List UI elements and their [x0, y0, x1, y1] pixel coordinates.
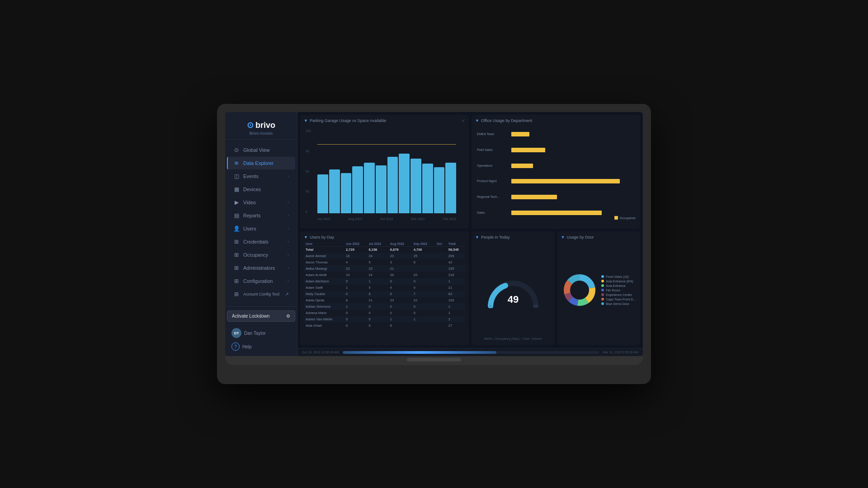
chevron-right-icon: ›: [288, 200, 289, 205]
help-label: Help: [242, 344, 252, 349]
table-row: Aaron Thomas453642: [304, 259, 465, 266]
legend-text: Asia Entrance: [606, 284, 626, 287]
legend-color: [614, 216, 618, 220]
sidebar-item-account-config[interactable]: ⊞ Account Config Tool ↗: [227, 288, 295, 300]
configuration-icon: ⊞: [233, 278, 240, 284]
legend-dot: [601, 298, 604, 300]
legend-area: Occupance: [614, 216, 636, 220]
table-row: Adela Ojeda8212322193: [304, 297, 465, 304]
col-header-total: Total: [447, 241, 465, 247]
sidebar-item-global-view[interactable]: ⊙ Global View: [227, 144, 295, 156]
avatar: DT: [231, 328, 241, 338]
sidebar-item-occupancy[interactable]: ⊞ Occupancy ›: [227, 249, 295, 261]
data-explorer-icon: ≋: [233, 160, 240, 166]
legend-dot: [601, 284, 604, 287]
hbar-row-4: Product Mgmt: [511, 178, 632, 184]
legend-text: Cape Town Front D...: [606, 298, 636, 301]
col-header-user: User: [304, 241, 344, 247]
legend-dot: [601, 275, 604, 278]
hbar-chart-area: EMEA Team Field Sales Operations Pr: [475, 125, 637, 222]
settings-icon[interactable]: ⚙: [286, 314, 290, 319]
col-header-jun: Jun 2022: [344, 241, 367, 247]
legend-item-6: Cape Town Front D...: [601, 298, 636, 301]
legend-item-3: Asia Entrance: [601, 284, 636, 287]
right-bottom-panels: ▼ People in Today 49: [472, 231, 640, 345]
sidebar-item-label: Users: [243, 226, 256, 231]
bar-12: [445, 163, 456, 213]
metric-label: Metric: Occupancy (Max) · Color: Volume: [484, 337, 542, 340]
donut-legend: Front Video (10) Asia Entrance (8%) Asia…: [601, 275, 636, 305]
usage-by-door-panel: ▼ Usage by Door: [557, 231, 641, 345]
occupancy-icon: ⊞: [233, 252, 240, 258]
user-name: Dan Taylor: [244, 331, 266, 336]
chevron-right-icon: ›: [288, 226, 289, 231]
chevron-right-icon: ›: [288, 174, 289, 178]
table-body: Total2,7298,1586,8764,70058,545Aamir Ahm…: [304, 247, 465, 329]
logo-icon: ⊙: [247, 120, 254, 130]
bar-2: [329, 169, 340, 213]
gauge-labels: Metric: Occupancy (Max) · Color: Volume: [475, 337, 551, 340]
main-content: ▼ Parking Garage Usage vs Space Availabl…: [297, 112, 643, 356]
devices-icon: ▦: [233, 186, 240, 192]
sidebar-item-reports[interactable]: ▤ Reports ›: [227, 209, 295, 222]
chevron-right-icon: ›: [288, 253, 289, 257]
gauge-svg: 49 0 200: [486, 272, 540, 308]
bar-5: [364, 163, 375, 213]
hbar-row-2: Field Sales: [511, 147, 632, 153]
hbar-5: [511, 195, 557, 199]
sidebar-item-label: Devices: [243, 187, 261, 192]
sidebar-item-label: Reports: [243, 213, 261, 218]
hbar-1: [511, 132, 529, 136]
brand-sub: Brivo Access: [232, 131, 290, 136]
sidebar-item-events[interactable]: ◫ Events ›: [227, 170, 295, 183]
timeline-bar: Jun 19, 2022 12:00:00 AM Mar 10, 2023 3:…: [297, 348, 643, 356]
hbar-row-3: Operations: [511, 163, 632, 169]
bar-3: [341, 173, 352, 213]
chart-icon: ▼: [475, 235, 479, 239]
activate-lockdown-button[interactable]: Activate Lockdown ⚙: [227, 310, 295, 322]
logo-area: ⊙ brivo Brivo Access: [225, 112, 297, 140]
legend-item-7: Blue Demo Door: [601, 302, 636, 305]
sidebar-item-label: Video: [243, 200, 256, 205]
expand-icon[interactable]: ⤢: [462, 118, 465, 123]
legend-item-4: File Room: [601, 289, 636, 292]
people-today-panel: ▼ People in Today 49: [472, 231, 555, 345]
administrators-icon: ⊞: [233, 265, 240, 271]
svg-text:0: 0: [490, 305, 491, 308]
video-icon: ▶: [233, 199, 240, 206]
sidebar-item-users[interactable]: 👤 Users ›: [227, 222, 295, 235]
gauge-area: 49 0 200: [475, 241, 551, 339]
chart-icon: ▼: [304, 235, 308, 239]
sidebar-item-data-explorer[interactable]: ≋ Data Explorer: [227, 157, 295, 169]
sidebar: ⊙ brivo Brivo Access ⊙ Global View ≋ Dat…: [225, 112, 297, 356]
sidebar-item-configuration[interactable]: ⊞ Configuration ›: [227, 275, 295, 287]
sidebar-item-video[interactable]: ▶ Video ›: [227, 196, 295, 209]
brand-name: brivo: [255, 121, 275, 130]
chart-icon: ▼: [475, 118, 479, 123]
logo: ⊙ brivo: [232, 120, 290, 130]
timeline-track[interactable]: [343, 351, 599, 354]
timeline-fill: [343, 351, 497, 354]
sidebar-item-label: Global View: [243, 147, 270, 153]
help-icon: ?: [231, 343, 240, 351]
sidebar-item-label: Account Config Tool: [243, 292, 279, 296]
sidebar-item-devices[interactable]: ▦ Devices: [227, 183, 295, 196]
reports-icon: ▤: [233, 212, 240, 219]
table-row: Adam Al-Mufti10242625218: [304, 272, 465, 278]
account-config-icon: ⊞: [233, 291, 240, 297]
help-area[interactable]: ? Help: [227, 341, 295, 352]
svg-text:49: 49: [508, 294, 519, 305]
laptop-screen: ⊙ brivo Brivo Access ⊙ Global View ≋ Dat…: [225, 112, 643, 356]
parking-garage-panel: ▼ Parking Garage Usage vs Space Availabl…: [300, 115, 469, 229]
events-icon: ◫: [233, 173, 240, 179]
sidebar-item-administrators[interactable]: ⊞ Administrators ›: [227, 262, 295, 274]
donut-svg: [561, 272, 598, 308]
table-row: Abby Cauker066762: [304, 291, 465, 297]
sidebar-item-credentials[interactable]: ⊞ Credentials ›: [227, 235, 295, 248]
external-link-icon: ↗: [285, 292, 289, 296]
col-header-aug: Aug 2022: [388, 241, 412, 247]
bar-1: [317, 174, 328, 213]
donut-area: Front Video (10) Asia Entrance (8%) Asia…: [561, 241, 637, 339]
hbar-3: [511, 164, 533, 168]
user-profile-area[interactable]: DT Dan Taylor: [227, 325, 295, 341]
